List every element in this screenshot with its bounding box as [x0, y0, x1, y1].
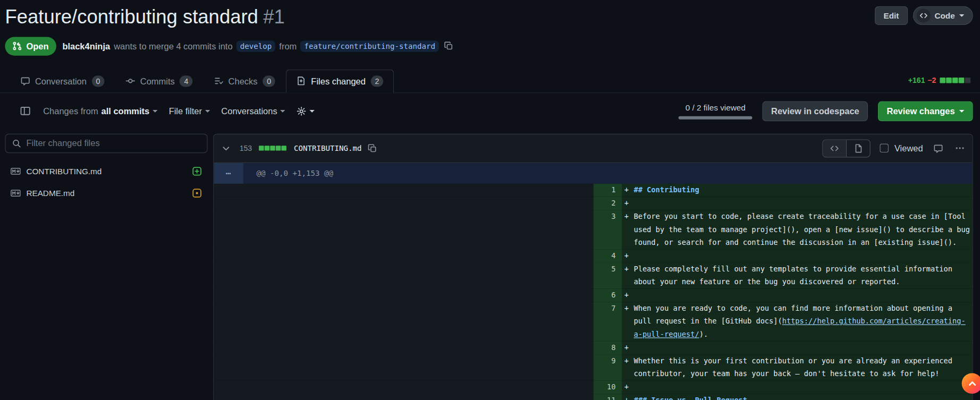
line-number[interactable]: 8 — [593, 341, 622, 354]
diff-settings-dropdown[interactable] — [297, 106, 315, 116]
gear-icon — [297, 106, 307, 116]
rich-diff-button[interactable] — [846, 140, 870, 157]
pr-tabnav: Conversation 0 Commits 4 Checks 0 Files … — [0, 69, 980, 93]
diff-line: 8+ — [214, 341, 972, 354]
code-line: + — [622, 197, 972, 210]
tab-checks[interactable]: Checks 0 — [204, 69, 286, 93]
conversations-dropdown[interactable]: Conversations — [221, 106, 285, 116]
review-changes-label: Review changes — [886, 106, 954, 116]
file-diff-icon — [297, 76, 306, 86]
tab-commits[interactable]: Commits 4 — [115, 69, 204, 93]
edit-button[interactable]: Edit — [875, 6, 908, 25]
checkbox-icon — [880, 144, 889, 152]
edit-button-label: Edit — [883, 11, 899, 21]
chevron-down-icon — [222, 143, 231, 153]
review-in-codespace-label: Review in codespace — [771, 106, 859, 116]
chevron-down-icon — [959, 14, 964, 17]
markdown-heading-token: ## Contributing — [633, 185, 699, 194]
diff-added-icon — [192, 166, 202, 176]
diffstat-block — [959, 78, 965, 83]
line-number[interactable]: 1 — [593, 184, 622, 197]
tab-conversation[interactable]: Conversation 0 — [10, 69, 115, 93]
diff-empty-cell — [214, 380, 593, 394]
base-branch-ref[interactable]: develop — [236, 40, 276, 52]
diff-line: 6+ — [214, 288, 972, 302]
file-diffstat-blocks — [258, 146, 286, 150]
review-in-codespace-button[interactable]: Review in codespace — [763, 101, 868, 121]
source-diff-button[interactable] — [823, 140, 847, 157]
file-tree-sidebar: CONTRIBUTING.md README.md — [5, 133, 207, 204]
diff-empty-cell — [214, 302, 593, 341]
diffstat: +161 −2 — [908, 76, 970, 92]
line-number[interactable]: 10 — [593, 380, 622, 394]
author-link[interactable]: black4ninja — [62, 41, 110, 51]
diff-main: 153 CONTRIBUTING.md — [213, 133, 973, 400]
markdown-file-icon — [11, 166, 21, 176]
code-icon — [830, 143, 840, 153]
file-options-menu[interactable] — [953, 142, 966, 155]
tab-files-changed[interactable]: Files changed 2 — [286, 69, 394, 93]
line-number[interactable]: 9 — [593, 354, 622, 380]
file-comment-button[interactable] — [932, 142, 944, 154]
diff-empty-cell — [214, 262, 593, 288]
tab-label: Files changed — [311, 76, 366, 86]
hunk-header-text: @@ -0,0 +1,153 @@ — [243, 163, 333, 184]
file-tree-item-readme[interactable]: README.md — [5, 182, 207, 204]
line-number[interactable]: 4 — [593, 249, 622, 262]
file-filter-search[interactable] — [5, 133, 207, 152]
diff-empty-cell — [214, 197, 593, 210]
scroll-to-top-button[interactable] — [962, 373, 980, 394]
diff-empty-cell — [214, 341, 593, 354]
tab-label: Commits — [140, 76, 175, 86]
line-number[interactable]: 3 — [593, 210, 622, 249]
copy-branch-button[interactable] — [443, 40, 454, 52]
changes-from-dropdown[interactable]: Changes from all commits — [43, 106, 157, 116]
file-header: 153 CONTRIBUTING.md — [214, 134, 972, 163]
tab-label: Conversation — [35, 76, 87, 86]
diff-line: 10+ — [214, 380, 972, 394]
expand-hunk-button[interactable]: ⋯ — [214, 163, 243, 184]
diff-empty-cell — [214, 184, 593, 197]
diff-line: 4+ — [214, 249, 972, 262]
tab-counter: 0 — [263, 75, 275, 87]
pr-number: #1 — [263, 6, 285, 28]
line-number[interactable]: 6 — [593, 288, 622, 302]
file-tree-item-contributing[interactable]: CONTRIBUTING.md — [5, 160, 207, 182]
line-number[interactable]: 5 — [593, 262, 622, 288]
diff-line: 7+When you are ready to code, you can fi… — [214, 302, 972, 341]
toggle-file-tree-button[interactable] — [19, 105, 32, 118]
diffstat-block — [952, 78, 958, 83]
file-changes-count: 153 — [240, 144, 252, 152]
review-changes-button[interactable]: Review changes — [878, 101, 973, 121]
diff-line: 1+## Contributing — [214, 184, 972, 197]
files-toolbar: Changes from all commits File filter Con… — [0, 93, 980, 127]
copy-file-path-button[interactable] — [367, 142, 378, 154]
head-branch-ref[interactable]: feature/contributing-standard — [300, 40, 439, 52]
git-commit-icon — [126, 76, 136, 86]
pr-meta: Open black4ninja wants to merge 4 commit… — [5, 37, 973, 55]
code-button[interactable]: Code — [913, 6, 973, 25]
hunk-header-row: ⋯ @@ -0,0 +1,153 @@ — [214, 163, 972, 184]
viewed-label: Viewed — [894, 143, 923, 154]
file-name: README.md — [26, 189, 186, 198]
checklist-icon — [214, 76, 224, 86]
line-number[interactable]: 7 — [593, 302, 622, 341]
diff-empty-cell — [214, 394, 593, 400]
file-filter-dropdown[interactable]: File filter — [169, 106, 210, 116]
git-pull-request-icon — [13, 41, 22, 51]
file-icon — [854, 143, 863, 153]
filter-files-input[interactable] — [26, 138, 200, 148]
chevron-down-icon — [205, 110, 210, 113]
code-line: +Before you start to code, please create… — [622, 210, 972, 249]
code-line: + — [622, 341, 972, 354]
code-line: +Please completely fill out any template… — [622, 262, 972, 288]
file-name-link[interactable]: CONTRIBUTING.md — [294, 144, 362, 152]
line-number[interactable]: 2 — [593, 197, 622, 210]
chevron-up-icon — [967, 378, 977, 388]
chevron-down-icon — [959, 110, 964, 113]
code-button-label: Code — [934, 11, 954, 21]
search-icon — [12, 139, 21, 148]
collapse-file-button[interactable] — [220, 142, 232, 154]
line-number[interactable]: 11 — [593, 394, 622, 400]
viewed-checkbox[interactable]: Viewed — [880, 143, 923, 154]
